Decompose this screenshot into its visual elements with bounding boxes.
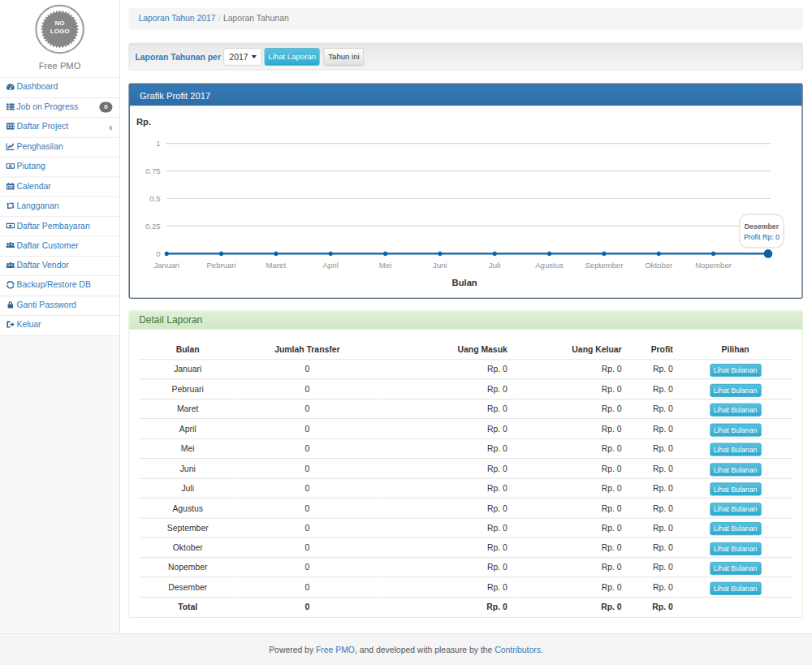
svg-text:Nopember: Nopember <box>695 261 732 270</box>
svg-text:1: 1 <box>156 139 160 148</box>
svg-text:0: 0 <box>156 249 160 258</box>
svg-text:Agustus: Agustus <box>535 261 564 270</box>
svg-text:0.25: 0.25 <box>145 222 161 231</box>
svg-text:Desember: Desember <box>745 222 780 231</box>
svg-text:Rp.: Rp. <box>136 117 151 127</box>
svg-text:Maret: Maret <box>266 261 287 270</box>
svg-text:Pebruari: Pebruari <box>206 261 235 270</box>
svg-text:Bulan: Bulan <box>452 278 477 287</box>
svg-text:April: April <box>323 261 339 270</box>
svg-text:0.5: 0.5 <box>149 194 160 203</box>
svg-text:Juni: Juni <box>433 261 447 270</box>
svg-text:Oktober: Oktober <box>645 261 673 270</box>
svg-text:Juli: Juli <box>489 261 500 270</box>
svg-text:0.75: 0.75 <box>145 166 161 175</box>
svg-text:LOGO: LOGO <box>50 28 70 35</box>
svg-text:Profit Rp: 0: Profit Rp: 0 <box>744 233 780 241</box>
svg-text:Mei: Mei <box>379 261 391 270</box>
svg-text:NO: NO <box>55 19 65 27</box>
svg-text:Januari: Januari <box>153 261 179 270</box>
svg-text:September: September <box>585 261 624 270</box>
